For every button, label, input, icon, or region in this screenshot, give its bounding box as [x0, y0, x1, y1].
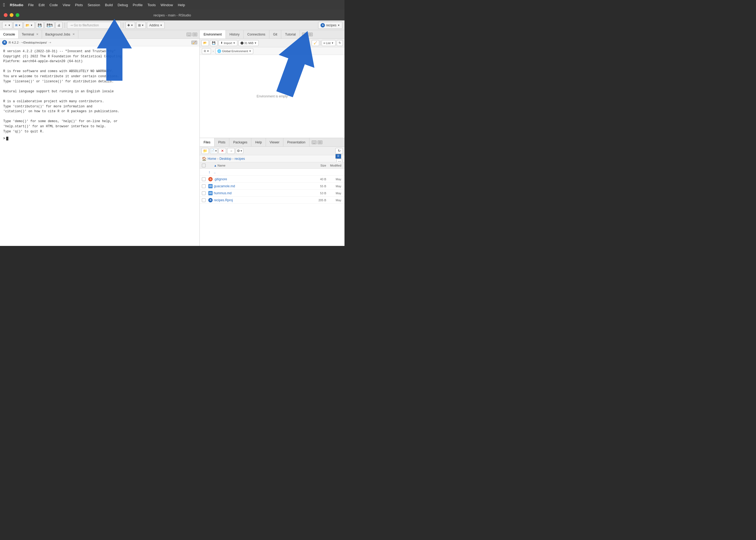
refresh-files-button[interactable]: ↻ — [335, 148, 343, 154]
clear-console-button[interactable]: 🧹 — [191, 41, 197, 45]
modified-header[interactable]: Modified — [326, 164, 342, 167]
console-line-9: Natural language support but running in … — [3, 89, 196, 94]
addins-button[interactable]: Addins ▼ — [147, 22, 165, 29]
file-row-hummus[interactable]: MD hummus.md 53 B May — [200, 190, 345, 197]
new-chunk-button[interactable]: ✚ ▼ — [125, 22, 135, 29]
new-file-button[interactable]: ＋ ▼ — [2, 22, 12, 29]
path-navigate-icon[interactable]: ⇢ — [49, 41, 51, 45]
load-workspace-button[interactable]: 📂 — [201, 40, 209, 46]
name-sort-icon: ▲ — [214, 164, 217, 167]
menu-view[interactable]: View — [63, 3, 70, 7]
menu-plots[interactable]: Plots — [75, 3, 83, 7]
open-file-button[interactable]: 📂 ▼ — [24, 22, 35, 29]
tab-tutorial[interactable]: Tutorial — [281, 30, 300, 39]
goto-file-function[interactable]: ⇢ Go to file/function — [67, 22, 121, 29]
guacamole-name[interactable]: guacamole.md — [214, 184, 305, 188]
memory-usage-button[interactable]: ⬤ 31 MiB ▼ — [238, 40, 259, 46]
project-button[interactable]: R recipes ▼ — [318, 22, 342, 29]
name-header[interactable]: ▲ Name — [214, 164, 305, 167]
broom-button[interactable]: 🧹 — [312, 40, 319, 46]
new-file-dropdown: ▼ — [215, 150, 217, 152]
refresh-env-button[interactable]: ↻ — [337, 40, 343, 46]
minimize-left-panel[interactable]: _ — [187, 33, 191, 36]
check-all-header[interactable] — [202, 164, 208, 167]
menu-tools[interactable]: Tools — [147, 3, 156, 7]
tab-plots[interactable]: Plots — [215, 138, 229, 146]
breadcrumb-recipes[interactable]: recipes — [234, 157, 245, 161]
menu-help[interactable]: Help — [178, 3, 185, 7]
tab-terminal[interactable]: Terminal ✕ — [19, 30, 42, 39]
file-row-rproj[interactable]: R recipes.Rproj 205 B May — [200, 197, 345, 204]
guacamole-check[interactable] — [202, 184, 208, 188]
file-row-guacamole[interactable]: MD guacamole.md 55 B May — [200, 183, 345, 190]
new-blank-file-button[interactable]: 📄 ▼ — [210, 148, 218, 154]
tab-console[interactable]: Console — [0, 30, 19, 39]
hummus-check[interactable] — [202, 191, 208, 195]
hummus-checkbox[interactable] — [202, 191, 206, 195]
git-file-icon: G — [208, 177, 213, 181]
import-dataset-button[interactable]: ⬆ Import ▼ — [219, 40, 237, 46]
files-rstudio-button[interactable]: R — [335, 154, 341, 159]
save-workspace-button[interactable]: 💾 — [210, 40, 218, 46]
menu-session[interactable]: Session — [88, 3, 100, 7]
code-tools-button[interactable]: ⊞ ▼ — [136, 22, 146, 29]
menu-code[interactable]: Code — [50, 3, 58, 7]
minimize-window-button[interactable] — [10, 13, 13, 17]
tab-packages[interactable]: Packages — [229, 138, 251, 146]
close-window-button[interactable] — [4, 13, 8, 17]
addins-dropdown-icon: ▼ — [160, 24, 162, 27]
save-button[interactable]: 💾 — [36, 22, 44, 29]
tab-history[interactable]: History — [226, 30, 243, 39]
gitignore-checkbox[interactable] — [202, 177, 206, 181]
menu-profile[interactable]: Profile — [133, 3, 143, 7]
tab-background-jobs[interactable]: Background Jobs ✕ — [42, 30, 78, 39]
print-button[interactable]: 🖨 — [56, 22, 63, 29]
menu-window[interactable]: Window — [160, 3, 173, 7]
list-view-button[interactable]: ≡ List ▼ — [322, 40, 336, 46]
maximize-right-bottom[interactable]: □ — [318, 140, 322, 144]
breadcrumb-desktop[interactable]: Desktop — [219, 157, 231, 161]
breadcrumb-home[interactable]: Home — [208, 157, 216, 161]
background-jobs-close[interactable]: ✕ — [73, 33, 75, 36]
tab-help[interactable]: Help — [251, 138, 266, 146]
right-panel: Environment History Connections Git Tuto… — [200, 30, 345, 246]
terminal-close[interactable]: ✕ — [36, 33, 39, 36]
new-folder-button[interactable]: 📁 — [201, 148, 209, 154]
gitignore-name[interactable]: .gitignore — [214, 177, 305, 181]
maximize-left-panel[interactable]: □ — [193, 33, 197, 36]
files-tab-label: Files — [204, 140, 210, 144]
r-environment-select[interactable]: R ▼ — [202, 48, 211, 54]
tab-git[interactable]: Git — [269, 30, 281, 39]
tab-environment[interactable]: Environment — [200, 30, 226, 39]
hummus-name[interactable]: hummus.md — [214, 191, 305, 195]
rproj-name[interactable]: recipes.Rproj — [214, 198, 305, 202]
tab-viewer[interactable]: Viewer — [266, 138, 283, 146]
rproj-checkbox[interactable] — [202, 198, 206, 202]
new-project-button[interactable]: R ▼ — [13, 22, 23, 29]
gitignore-check[interactable] — [202, 177, 208, 181]
minimize-right-bottom[interactable]: _ — [312, 140, 317, 144]
global-env-select[interactable]: 🌐 Global Environment ▼ — [215, 48, 253, 54]
fullscreen-window-button[interactable] — [16, 13, 19, 17]
file-row-up[interactable]: ↑ .. — [200, 169, 345, 176]
guacamole-checkbox[interactable] — [202, 184, 206, 188]
r-dropdown: ▼ — [207, 50, 209, 53]
size-header[interactable]: Size — [305, 164, 326, 167]
more-files-button[interactable]: ⚙ ▼ — [236, 148, 243, 154]
maximize-right-top[interactable]: □ — [308, 33, 313, 36]
console-prompt[interactable]: > — [3, 136, 196, 141]
tab-files[interactable]: Files — [200, 138, 214, 146]
menu-debug[interactable]: Debug — [118, 3, 128, 7]
delete-file-button[interactable]: ✕ — [219, 148, 226, 154]
save-all-button[interactable]: 💾 💾 — [45, 22, 54, 29]
rproj-check[interactable] — [202, 198, 208, 202]
tab-connections[interactable]: Connections — [243, 30, 269, 39]
file-row-gitignore[interactable]: G .gitignore 40 B May — [200, 176, 345, 183]
rename-file-button[interactable]: → — [227, 148, 235, 154]
minimize-right-top[interactable]: _ — [302, 33, 307, 36]
menu-edit[interactable]: Edit — [39, 3, 45, 7]
menu-build[interactable]: Build — [105, 3, 113, 7]
menu-file[interactable]: File — [28, 3, 34, 7]
up-name[interactable]: .. — [214, 170, 305, 174]
tab-presentation[interactable]: Presentation — [283, 138, 309, 146]
